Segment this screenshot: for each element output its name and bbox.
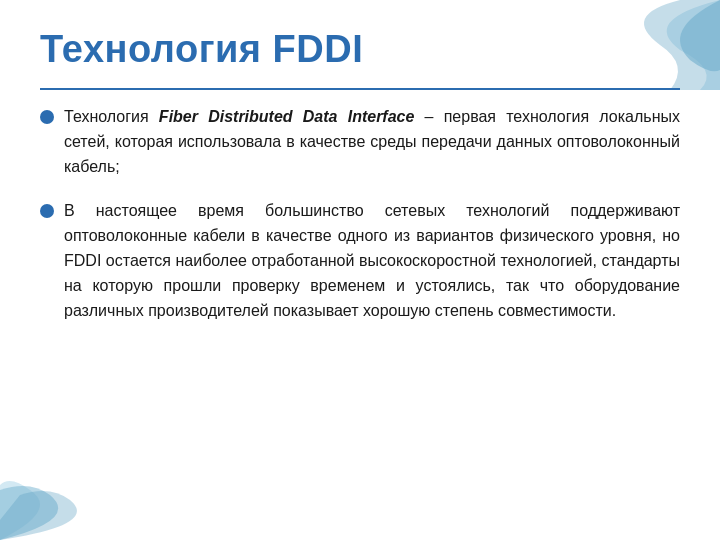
list-item: В настоящее время большинство сетевых те… (40, 199, 680, 323)
content-area: Технология Fiber Distributed Data Interf… (40, 105, 680, 500)
page-title: Технология FDDI (40, 28, 363, 71)
bullet-icon (40, 204, 54, 218)
bullet-text-1: Технология Fiber Distributed Data Interf… (64, 105, 680, 179)
bullet-icon (40, 110, 54, 124)
top-decoration (420, 0, 720, 90)
slide: Технология FDDI Технология Fiber Distrib… (0, 0, 720, 540)
title-divider (40, 88, 680, 90)
bullet-text-2: В настоящее время большинство сетевых те… (64, 199, 680, 323)
brand-name: Fiber Distributed Data Interface (159, 108, 415, 125)
list-item: Технология Fiber Distributed Data Interf… (40, 105, 680, 179)
